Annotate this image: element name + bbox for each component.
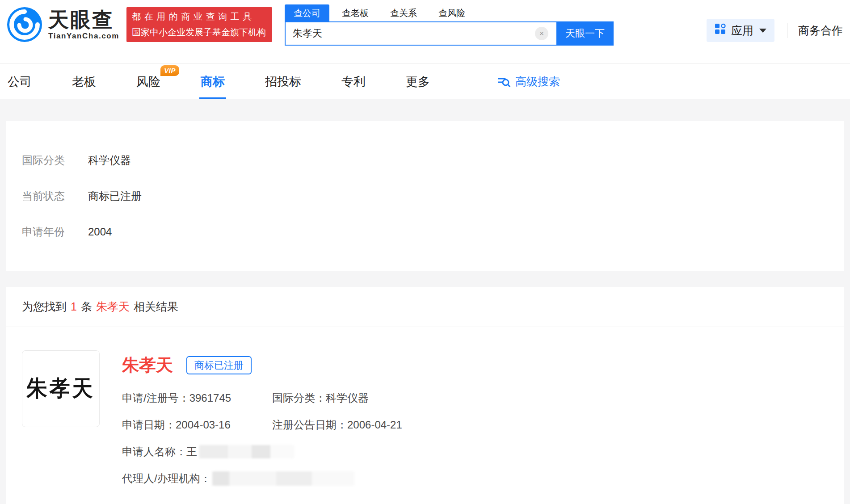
nav-tab-trademark[interactable]: 商标 <box>201 64 225 99</box>
header-divider <box>787 23 787 38</box>
result-title-link[interactable]: 朱孝天 <box>122 354 173 377</box>
apply-date-value: 2004-03-16 <box>176 419 231 431</box>
apply-date-label: 申请日期： <box>122 419 176 431</box>
filter-label: 申请年份 <box>22 225 88 239</box>
intl-class-value: 科学仪器 <box>326 392 369 404</box>
apps-label: 应用 <box>731 23 753 38</box>
summary-suffix: 相关结果 <box>134 299 178 314</box>
search-tab-boss[interactable]: 查老板 <box>333 4 378 21</box>
summary-unit: 条 <box>81 299 92 314</box>
filter-row-status: 当前状态 商标已注册 <box>22 178 828 214</box>
nav-tab-risk-label: 风险 <box>136 74 160 90</box>
promo-banner: 都 在 用 的 商 业 查 询 工 具 国家中小企业发展子基金旗下机构 <box>126 7 272 42</box>
trademark-result-item: 朱孝天 朱孝天 商标已注册 申请/注册号：3961745 国际分类：科学仪器 <box>6 327 844 504</box>
redacted-applicant-name <box>199 445 294 458</box>
results-keyword: 朱孝天 <box>96 299 130 314</box>
reg-announce-date-label: 注册公告日期： <box>272 419 347 431</box>
nav-tab-boss[interactable]: 老板 <box>72 64 96 99</box>
search-tabs: 查公司 查老板 查关系 查风险 <box>285 4 614 21</box>
filter-value-apply-year[interactable]: 2004 <box>88 226 112 238</box>
reg-number-value: 3961745 <box>189 392 231 404</box>
filter-value-status[interactable]: 商标已注册 <box>88 189 142 203</box>
summary-prefix: 为您找到 <box>22 299 67 314</box>
agent-label: 代理人/办理机构： <box>122 471 211 486</box>
reg-number-label: 申请/注册号： <box>122 392 189 404</box>
clear-search-icon[interactable]: × <box>535 27 548 40</box>
search-input[interactable] <box>285 21 556 46</box>
main-content: 国际分类 科学仪器 当前状态 商标已注册 申请年份 2004 为您找到 1 条 … <box>0 99 850 504</box>
filter-label: 当前状态 <box>22 189 88 203</box>
filter-panel: 国际分类 科学仪器 当前状态 商标已注册 申请年份 2004 <box>6 121 844 271</box>
filter-search-icon <box>498 76 510 88</box>
redacted-agent-name <box>212 471 354 486</box>
app-grid-icon <box>715 23 726 38</box>
results-panel: 为您找到 1 条 朱孝天 相关结果 朱孝天 朱孝天 商标已注册 申请/注册号：3… <box>6 287 844 504</box>
detail-row-1: 申请/注册号：3961745 国际分类：科学仪器 <box>122 391 402 405</box>
filter-row-apply-year: 申请年份 2004 <box>22 214 828 250</box>
chevron-down-icon <box>759 29 766 33</box>
search-button[interactable]: 天眼一下 <box>556 21 614 46</box>
intl-class-label: 国际分类： <box>272 392 326 404</box>
banner-line2: 国家中小企业发展子基金旗下机构 <box>132 26 267 38</box>
applicant-value: 王 <box>186 445 197 459</box>
results-summary: 为您找到 1 条 朱孝天 相关结果 <box>6 287 844 327</box>
filter-row-intl-class: 国际分类 科学仪器 <box>22 143 828 178</box>
tianyancha-logo[interactable]: 天眼查 TianYanCha.com <box>7 7 119 42</box>
search-input-wrap: × <box>285 21 556 46</box>
business-cooperation-link[interactable]: 商务合作 <box>798 23 843 38</box>
nav-tab-company[interactable]: 公司 <box>8 64 32 99</box>
nav-tab-patent[interactable]: 专利 <box>341 64 366 99</box>
filter-label: 国际分类 <box>22 153 88 168</box>
logo-domain: TianYanCha.com <box>48 32 119 41</box>
trademark-image[interactable]: 朱孝天 <box>22 350 100 427</box>
apps-menu[interactable]: 应用 <box>707 19 774 42</box>
logo-title: 天眼查 <box>48 8 119 31</box>
advanced-search-label: 高级搜索 <box>515 74 560 89</box>
vip-badge: VIP <box>160 65 179 76</box>
search-tab-company[interactable]: 查公司 <box>285 4 329 21</box>
header-right: 应用 商务合作 <box>707 19 843 42</box>
search-block: 查公司 查老板 查关系 查风险 × 天眼一下 <box>285 4 614 46</box>
search-tab-relation[interactable]: 查关系 <box>381 4 426 21</box>
filter-value-intl-class[interactable]: 科学仪器 <box>88 153 131 168</box>
nav-tab-risk[interactable]: 风险 VIP <box>136 64 160 99</box>
tianyancha-swirl-icon <box>7 7 42 42</box>
applicant-label: 申请人名称： <box>122 445 186 459</box>
trademark-image-text: 朱孝天 <box>27 374 95 404</box>
detail-row-2: 申请日期：2004-03-16 注册公告日期：2006-04-21 <box>122 418 402 432</box>
result-info: 朱孝天 商标已注册 申请/注册号：3961745 国际分类：科学仪器 申请日期：… <box>122 350 402 486</box>
reg-announce-date-value: 2006-04-21 <box>347 419 402 431</box>
banner-line1: 都 在 用 的 商 业 查 询 工 具 <box>132 11 267 23</box>
search-tab-risk[interactable]: 查风险 <box>429 4 474 21</box>
advanced-search-link[interactable]: 高级搜索 <box>498 64 560 99</box>
nav-tab-more[interactable]: 更多 <box>406 64 430 99</box>
detail-row-agent: 代理人/办理机构： <box>122 471 402 486</box>
detail-row-applicant: 申请人名称：王 <box>122 445 402 459</box>
results-count: 1 <box>71 300 77 313</box>
nav-tab-bidding[interactable]: 招投标 <box>265 64 301 99</box>
category-navbar: 公司 老板 风险 VIP 商标 招投标 专利 更多 高级搜索 <box>0 63 850 99</box>
page-header: 天眼查 TianYanCha.com 都 在 用 的 商 业 查 询 工 具 国… <box>0 0 850 63</box>
status-badge: 商标已注册 <box>186 356 252 374</box>
